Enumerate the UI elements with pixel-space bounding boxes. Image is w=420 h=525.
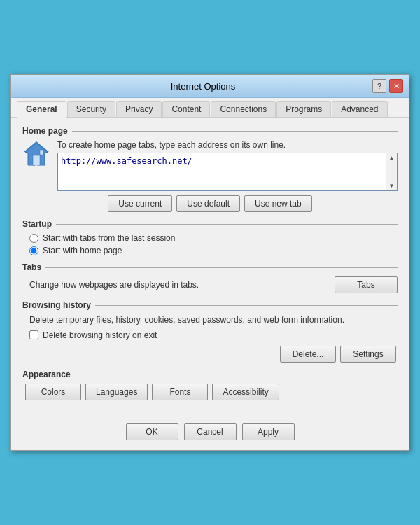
apply-button[interactable]: Apply bbox=[242, 424, 295, 440]
use-default-button[interactable]: Use default bbox=[176, 195, 240, 212]
window-title: Internet Options bbox=[34, 81, 372, 92]
homepage-input-area: To create home page tabs, type each addr… bbox=[57, 140, 398, 191]
delete-button[interactable]: Delete... bbox=[280, 346, 336, 363]
tabs-row: General Security Privacy Content Connect… bbox=[11, 98, 409, 118]
browsing-description: Delete temporary files, history, cookies… bbox=[22, 314, 398, 326]
scroll-down-arrow[interactable]: ▼ bbox=[388, 181, 396, 190]
startup-last-session-radio[interactable] bbox=[29, 234, 38, 243]
homepage-section: Home page To create home page tabs, type… bbox=[22, 126, 398, 212]
homepage-url-input[interactable]: http://www.safesearch.net/ bbox=[58, 153, 386, 188]
help-button[interactable]: ? bbox=[372, 79, 386, 93]
use-current-button[interactable]: Use current bbox=[108, 195, 172, 212]
tab-advanced[interactable]: Advanced bbox=[332, 101, 387, 117]
accessibility-button[interactable]: Accessibility bbox=[212, 384, 279, 400]
tabs-section: Tabs Change how webpages are displayed i… bbox=[22, 262, 398, 293]
tab-content[interactable]: Content bbox=[162, 101, 210, 117]
tabs-button[interactable]: Tabs bbox=[335, 276, 398, 293]
title-bar-buttons: ? ✕ bbox=[372, 79, 403, 93]
startup-option1-row: Start with tabs from the last session bbox=[22, 233, 398, 243]
close-button[interactable]: ✕ bbox=[389, 79, 403, 93]
appearance-buttons: Colors Languages Fonts Accessibility bbox=[22, 384, 398, 400]
cancel-button[interactable]: Cancel bbox=[184, 424, 237, 440]
browsing-section: Browsing history Delete temporary files,… bbox=[22, 300, 398, 363]
footer: OK Cancel Apply bbox=[11, 416, 409, 450]
tabs-section-row: Change how webpages are displayed in tab… bbox=[22, 276, 398, 293]
fonts-button[interactable]: Fonts bbox=[152, 384, 208, 400]
startup-header: Startup bbox=[22, 219, 398, 229]
scrollbar[interactable]: ▲ ▼ bbox=[386, 153, 397, 190]
settings-button[interactable]: Settings bbox=[340, 346, 396, 363]
tabs-section-header: Tabs bbox=[22, 262, 398, 272]
startup-home-page-label: Start with home page bbox=[43, 246, 122, 255]
appearance-section: Appearance Colors Languages Fonts Access… bbox=[22, 370, 398, 400]
startup-option2-row: Start with home page bbox=[22, 246, 398, 255]
internet-options-dialog: Internet Options ? ✕ General Security Pr… bbox=[10, 74, 410, 451]
house-icon bbox=[22, 140, 50, 168]
svg-rect-1 bbox=[33, 155, 40, 165]
startup-home-page-radio[interactable] bbox=[29, 246, 38, 255]
startup-section: Startup Start with tabs from the last se… bbox=[22, 219, 398, 255]
homepage-description: To create home page tabs, type each addr… bbox=[57, 140, 398, 150]
tab-general[interactable]: General bbox=[17, 101, 66, 118]
appearance-header: Appearance bbox=[22, 370, 398, 379]
svg-rect-2 bbox=[40, 150, 43, 155]
delete-history-label: Delete browsing history on exit bbox=[43, 330, 157, 340]
browsing-buttons: Delete... Settings bbox=[22, 346, 396, 363]
tab-connections[interactable]: Connections bbox=[211, 101, 276, 117]
languages-button[interactable]: Languages bbox=[85, 384, 148, 400]
homepage-textarea-container: http://www.safesearch.net/ ▲ ▼ bbox=[57, 153, 398, 191]
ok-button[interactable]: OK bbox=[126, 424, 178, 440]
colors-button[interactable]: Colors bbox=[25, 384, 81, 400]
homepage-header: Home page bbox=[22, 126, 398, 136]
delete-checkbox-row: Delete browsing history on exit bbox=[22, 330, 398, 340]
content-area: Home page To create home page tabs, type… bbox=[11, 118, 409, 416]
homepage-buttons: Use current Use default Use new tab bbox=[22, 195, 398, 212]
title-bar: Internet Options ? ✕ bbox=[11, 75, 409, 98]
homepage-row: To create home page tabs, type each addr… bbox=[22, 140, 398, 191]
use-new-tab-button[interactable]: Use new tab bbox=[244, 195, 312, 212]
tab-privacy[interactable]: Privacy bbox=[116, 101, 162, 117]
delete-history-checkbox[interactable] bbox=[29, 330, 38, 340]
tab-security[interactable]: Security bbox=[67, 101, 115, 117]
browsing-header: Browsing history bbox=[22, 300, 398, 310]
tab-programs[interactable]: Programs bbox=[276, 101, 331, 117]
scroll-up-arrow[interactable]: ▲ bbox=[388, 153, 396, 162]
tabs-section-description: Change how webpages are displayed in tab… bbox=[29, 280, 199, 290]
startup-last-session-label: Start with tabs from the last session bbox=[43, 233, 175, 243]
